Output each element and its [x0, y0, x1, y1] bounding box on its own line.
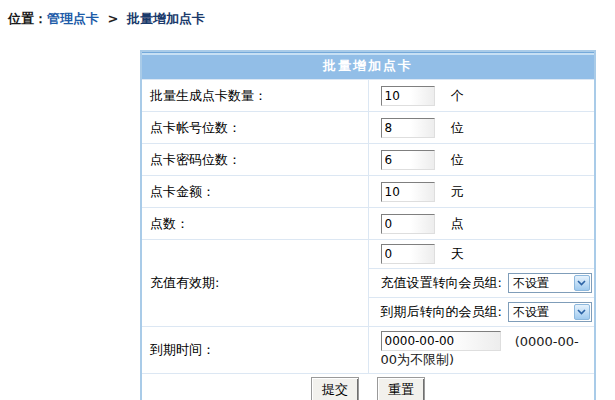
- table-row: 点卡帐号位数： 位: [141, 112, 595, 144]
- unit-label: 元: [451, 184, 464, 199]
- breadcrumb-separator: >: [108, 11, 119, 26]
- unit-label: 位: [451, 152, 464, 167]
- chevron-down-icon: [574, 275, 590, 291]
- points-input[interactable]: [381, 214, 435, 234]
- breadcrumb: 位置：管理点卡 > 批量增加点卡: [8, 10, 205, 28]
- recharge-group-selected-value: 不设置: [509, 275, 549, 292]
- table-row: 点卡金额： 元: [141, 176, 595, 208]
- password-digits-input[interactable]: [381, 150, 435, 170]
- field-label-expire-date: 到期时间：: [141, 327, 368, 374]
- field-label-password-digits: 点卡密码位数：: [141, 144, 368, 176]
- table-row: 点卡密码位数： 位: [141, 144, 595, 176]
- unit-label: 位: [451, 120, 464, 135]
- breadcrumb-prefix: 位置：: [8, 11, 47, 26]
- field-label-validity: 充值有效期:: [141, 240, 368, 327]
- field-label-account-digits: 点卡帐号位数：: [141, 112, 368, 144]
- form-title: 批量增加点卡: [141, 51, 595, 80]
- submit-button[interactable]: 提交: [311, 377, 359, 400]
- table-row: 充值有效期: 天: [141, 240, 595, 269]
- unit-label: 个: [451, 88, 464, 103]
- recharge-group-select[interactable]: 不设置: [508, 273, 592, 293]
- quantity-input[interactable]: [381, 86, 435, 106]
- table-row: 到期时间： (0000-00-00为不限制): [141, 327, 595, 374]
- card-amount-input[interactable]: [381, 182, 435, 202]
- unit-label: 天: [451, 246, 464, 261]
- validity-days-input[interactable]: [381, 244, 435, 264]
- expire-group-label: 到期后转向的会员组:: [381, 304, 502, 319]
- table-row: 批量生成点卡数量： 个: [141, 80, 595, 112]
- breadcrumb-link-manage-cards[interactable]: 管理点卡: [47, 11, 99, 26]
- batch-add-cards-panel: 批量增加点卡 批量生成点卡数量： 个 点卡帐号位数： 位 点卡密码位数： 位: [140, 50, 596, 400]
- reset-button[interactable]: 重置: [377, 377, 425, 400]
- table-row: 提交 重置: [141, 374, 595, 400]
- unit-label: 点: [451, 216, 464, 231]
- expire-date-input[interactable]: [381, 331, 501, 351]
- account-digits-input[interactable]: [381, 118, 435, 138]
- expire-group-selected-value: 不设置: [509, 304, 549, 321]
- chevron-down-icon: [574, 304, 590, 320]
- recharge-group-label: 充值设置转向会员组:: [381, 275, 502, 290]
- expire-group-select[interactable]: 不设置: [508, 302, 592, 322]
- breadcrumb-current: 批量增加点卡: [127, 11, 205, 26]
- table-row: 点数： 点: [141, 208, 595, 240]
- field-label-card-amount: 点卡金额：: [141, 176, 368, 208]
- batch-add-cards-form: 批量增加点卡 批量生成点卡数量： 个 点卡帐号位数： 位 点卡密码位数： 位: [140, 50, 596, 400]
- field-label-points: 点数：: [141, 208, 368, 240]
- field-label-quantity: 批量生成点卡数量：: [141, 80, 368, 112]
